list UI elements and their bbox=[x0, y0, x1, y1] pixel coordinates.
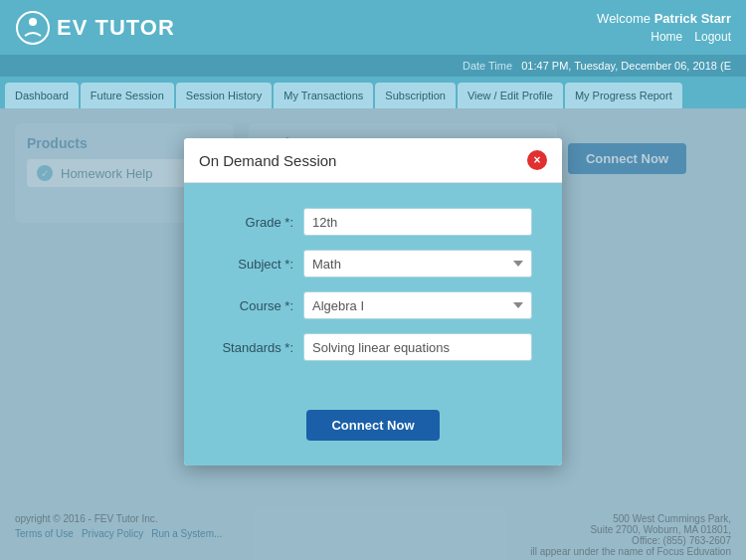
datetime-label: Date Time bbox=[463, 60, 512, 72]
on-demand-modal: On Demand Session × Grade *: Subject *: bbox=[184, 138, 562, 466]
logout-link[interactable]: Logout bbox=[694, 30, 731, 44]
datetime-text: Date Time 01:47 PM, Tuesday, December 06… bbox=[463, 60, 731, 72]
modal-body: Grade *: Subject *: Math Science English bbox=[184, 183, 562, 405]
user-name: Patrick Starr bbox=[654, 11, 731, 26]
datetime-value: 01:47 PM, Tuesday, December 06, 2018 (E bbox=[521, 60, 731, 72]
main-content: Products ✓ Homework Help Package Connect… bbox=[0, 108, 746, 560]
logo-area: EV TUTOR bbox=[15, 10, 175, 46]
standards-label: Standards *: bbox=[214, 340, 303, 355]
tab-session-history[interactable]: Session History bbox=[176, 83, 272, 108]
svg-point-0 bbox=[17, 12, 49, 44]
header-right: Welcome Patrick Starr Home Logout bbox=[597, 0, 731, 55]
grade-label: Grade *: bbox=[214, 215, 303, 230]
logo-icon bbox=[15, 10, 51, 46]
modal-footer: Connect Now bbox=[184, 405, 562, 466]
connect-now-button[interactable]: Connect Now bbox=[306, 410, 439, 441]
tab-my-progress-report[interactable]: My Progress Report bbox=[565, 83, 682, 108]
tab-future-session[interactable]: Future Session bbox=[81, 83, 174, 108]
header-links: Home Logout bbox=[651, 30, 731, 44]
close-button[interactable]: × bbox=[527, 150, 547, 170]
home-link[interactable]: Home bbox=[651, 30, 682, 44]
welcome-line: Welcome Patrick Starr bbox=[597, 11, 731, 26]
tab-subscription[interactable]: Subscription bbox=[375, 83, 456, 108]
grade-row: Grade *: bbox=[214, 208, 532, 236]
logo-text: EV TUTOR bbox=[57, 15, 175, 41]
subject-select[interactable]: Math Science English bbox=[303, 250, 532, 278]
standards-row: Standards *: bbox=[214, 333, 532, 361]
header: EV TUTOR Welcome Patrick Starr Home Logo… bbox=[0, 0, 746, 55]
course-label: Course *: bbox=[214, 298, 303, 313]
modal-header: On Demand Session × bbox=[184, 138, 562, 183]
subject-row: Subject *: Math Science English bbox=[214, 250, 532, 278]
course-row: Course *: Algebra I Algebra II Geometry bbox=[214, 291, 532, 319]
grade-input[interactable] bbox=[303, 208, 532, 236]
tab-my-transactions[interactable]: My Transactions bbox=[274, 83, 373, 108]
datetime-bar: Date Time 01:47 PM, Tuesday, December 06… bbox=[0, 55, 746, 77]
svg-point-1 bbox=[29, 18, 37, 26]
course-select[interactable]: Algebra I Algebra II Geometry bbox=[303, 291, 532, 319]
modal-overlay: On Demand Session × Grade *: Subject *: bbox=[0, 108, 746, 560]
nav-bar: Dashboard Future Session Session History… bbox=[0, 77, 746, 108]
tab-dashboard[interactable]: Dashboard bbox=[5, 83, 79, 108]
welcome-label: Welcome bbox=[597, 11, 651, 26]
modal-title: On Demand Session bbox=[199, 152, 336, 169]
tab-view-edit-profile[interactable]: View / Edit Profile bbox=[458, 83, 563, 108]
standards-input[interactable] bbox=[303, 333, 532, 361]
subject-label: Subject *: bbox=[214, 257, 303, 272]
